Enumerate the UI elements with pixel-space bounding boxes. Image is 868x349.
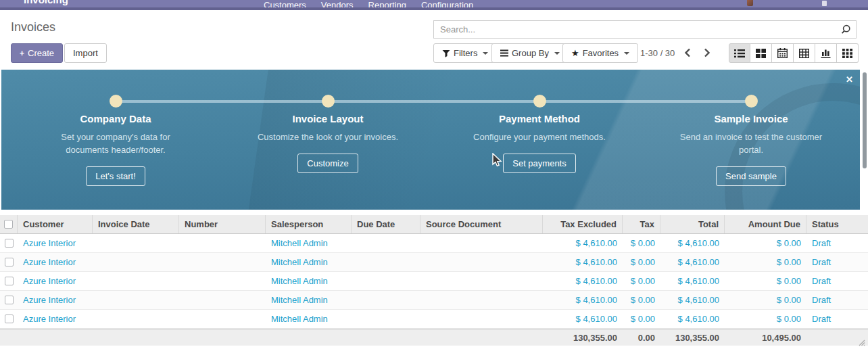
menu-item-vendors[interactable]: Vendors bbox=[321, 0, 354, 7]
menu-item-configuration[interactable]: Configuration bbox=[421, 0, 473, 7]
cell-tax: $ 0.00 bbox=[631, 238, 655, 248]
cell-number bbox=[179, 291, 266, 309]
table-row[interactable]: Azure InteriorMitchell Admin$ 4,610.00$ … bbox=[0, 234, 868, 253]
header-cell-customer[interactable]: Customer bbox=[18, 215, 93, 233]
table-row[interactable]: Azure InteriorMitchell Admin$ 4,610.00$ … bbox=[0, 310, 868, 329]
column-header-due_date[interactable]: Due Date bbox=[357, 219, 395, 229]
send-sample-button[interactable]: Send sample bbox=[716, 166, 786, 186]
page-title: Invoices bbox=[11, 20, 55, 34]
search-icon[interactable] bbox=[841, 24, 851, 34]
cell-tax_excluded: $ 4,610.00 bbox=[576, 314, 617, 324]
pager-range: 1-30 / 30 bbox=[640, 48, 675, 58]
table-row[interactable]: Azure InteriorMitchell Admin$ 4,610.00$ … bbox=[0, 291, 868, 310]
pager-previous-button[interactable] bbox=[681, 46, 694, 60]
cell-total: $ 4,610.00 bbox=[660, 291, 725, 309]
lets-start-button[interactable]: Let's start! bbox=[86, 166, 145, 186]
header-cell-tax[interactable]: Tax bbox=[623, 215, 660, 233]
user-avatar[interactable] bbox=[747, 0, 753, 6]
row-checkbox[interactable] bbox=[5, 315, 14, 323]
cell-salesperson: Mitchell Admin bbox=[266, 310, 352, 328]
favorites-button[interactable]: ★ Favorites bbox=[562, 43, 638, 63]
cell-total: $ 4,610.00 bbox=[660, 234, 725, 252]
list-view-button[interactable] bbox=[729, 43, 750, 63]
column-header-customer[interactable]: Customer bbox=[23, 219, 64, 229]
column-header-source_document[interactable]: Source Document bbox=[426, 219, 501, 229]
header-cell-tax_excluded[interactable]: Tax Excluded bbox=[543, 215, 623, 233]
cell-status: Draft bbox=[806, 272, 868, 290]
checkbox-cell bbox=[0, 310, 18, 328]
row-checkbox[interactable] bbox=[5, 277, 14, 285]
cell-tax: $ 0.00 bbox=[623, 272, 660, 290]
search-input[interactable] bbox=[433, 20, 857, 39]
cell-total: $ 4,610.00 bbox=[678, 295, 719, 305]
header-cell-salesperson[interactable]: Salesperson bbox=[266, 215, 352, 233]
resize-handle-icon[interactable] bbox=[858, 339, 865, 346]
row-checkbox[interactable] bbox=[5, 258, 14, 266]
pivot-view-button[interactable] bbox=[794, 43, 815, 63]
header-cell-invoice_date[interactable]: Invoice Date bbox=[93, 215, 179, 233]
cell-number bbox=[179, 272, 266, 290]
cell-amount_due: $ 0.00 bbox=[777, 314, 801, 324]
customize-button[interactable]: Customize bbox=[297, 154, 358, 173]
checkbox-cell bbox=[0, 234, 18, 252]
cell-due_date bbox=[352, 310, 420, 328]
kanban-view-button[interactable] bbox=[750, 43, 772, 63]
activity-view-icon bbox=[842, 49, 852, 58]
set-payments-button[interactable]: Set payments bbox=[503, 154, 576, 173]
cell-tax: 0.00 bbox=[623, 329, 660, 346]
cell-status: Draft bbox=[806, 234, 868, 252]
column-header-status[interactable]: Status bbox=[812, 219, 839, 229]
row-checkbox[interactable] bbox=[5, 239, 14, 248]
app-name[interactable]: Invoicing bbox=[24, 0, 68, 7]
cell-total: $ 4,610.00 bbox=[678, 276, 719, 286]
activity-view-button[interactable] bbox=[837, 43, 859, 63]
table-row[interactable]: Azure InteriorMitchell Admin$ 4,610.00$ … bbox=[0, 253, 868, 272]
column-header-salesperson[interactable]: Salesperson bbox=[271, 219, 323, 229]
create-button[interactable]: + Create bbox=[11, 43, 63, 63]
header-cell-due_date[interactable]: Due Date bbox=[352, 215, 420, 233]
header-cell-status[interactable]: Status bbox=[806, 215, 868, 233]
header-cell-amount_due[interactable]: Amount Due bbox=[725, 215, 806, 233]
column-header-tax[interactable]: Tax bbox=[640, 219, 654, 229]
checkbox-cell bbox=[0, 329, 18, 346]
column-header-amount_due[interactable]: Amount Due bbox=[748, 219, 800, 229]
header-cell-source_document[interactable]: Source Document bbox=[420, 215, 543, 233]
star-icon: ★ bbox=[571, 49, 579, 57]
systray-icon[interactable] bbox=[822, 1, 827, 6]
cell-salesperson: Mitchell Admin bbox=[266, 291, 352, 309]
menu-item-reporting[interactable]: Reporting bbox=[368, 0, 406, 7]
cell-salesperson: Mitchell Admin bbox=[271, 295, 328, 305]
cell-status: Draft bbox=[812, 314, 831, 324]
row-checkbox[interactable] bbox=[5, 296, 14, 304]
cell-due_date bbox=[352, 329, 420, 346]
column-header-total[interactable]: Total bbox=[698, 219, 719, 229]
column-header-number[interactable]: Number bbox=[185, 219, 218, 229]
close-icon[interactable]: ✕ bbox=[846, 75, 853, 84]
cell-salesperson: Mitchell Admin bbox=[266, 272, 352, 290]
step-description: Send an invoice to test the customer por… bbox=[675, 131, 827, 156]
group-by-button[interactable]: Group By bbox=[491, 43, 569, 63]
chevron-down-icon bbox=[483, 52, 488, 55]
top-navbar: Invoicing CustomersVendorsReportingConfi… bbox=[0, 0, 868, 10]
import-button[interactable]: Import bbox=[64, 43, 107, 63]
pager-next-button[interactable] bbox=[700, 46, 714, 60]
cell-tax: $ 0.00 bbox=[631, 257, 655, 267]
chevron-left-icon bbox=[684, 48, 691, 57]
cell-tax_excluded: 130,355.00 bbox=[543, 329, 623, 346]
graph-view-button[interactable] bbox=[815, 43, 837, 63]
cell-tax: $ 0.00 bbox=[623, 310, 660, 328]
header-cell-number[interactable]: Number bbox=[179, 215, 266, 233]
cell-salesperson bbox=[266, 329, 352, 346]
column-header-tax_excluded[interactable]: Tax Excluded bbox=[560, 219, 617, 229]
table-row[interactable]: Azure InteriorMitchell Admin$ 4,610.00$ … bbox=[0, 272, 868, 291]
calendar-view-button[interactable] bbox=[772, 43, 794, 63]
vertical-scrollbar[interactable] bbox=[863, 72, 867, 168]
cell-amount_due: $ 0.00 bbox=[725, 234, 806, 252]
menu-item-customers[interactable]: Customers bbox=[264, 0, 306, 7]
filters-button[interactable]: Filters bbox=[433, 43, 497, 63]
select-all-checkbox[interactable] bbox=[4, 220, 13, 229]
header-cell-total[interactable]: Total bbox=[660, 215, 725, 233]
step-dot-company-data bbox=[110, 95, 122, 108]
cell-amount_due: $ 0.00 bbox=[777, 276, 801, 286]
column-header-invoice_date[interactable]: Invoice Date bbox=[98, 219, 150, 229]
